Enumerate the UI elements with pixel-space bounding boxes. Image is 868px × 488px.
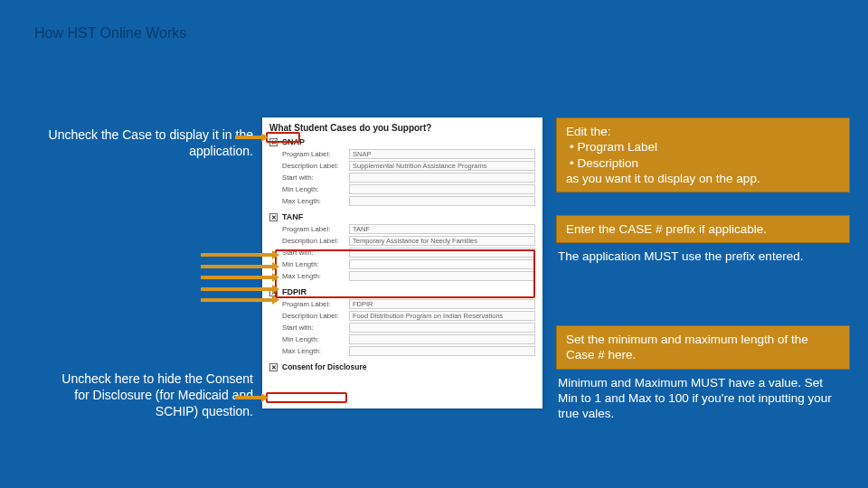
callout-edit-labels: Edit the: • Program Label • Description …	[556, 117, 850, 192]
label-description: Description Label:	[282, 162, 349, 170]
input-min-length[interactable]	[349, 334, 535, 344]
label-program: Program Label:	[282, 225, 349, 233]
label-program: Program Label:	[282, 150, 349, 158]
case-group-snap: ✕ SNAP Program Label:SNAP Description La…	[269, 137, 535, 206]
form-panel: What Student Cases do you Support? ✕ SNA…	[262, 117, 542, 408]
note-uncheck-case: Uncheck the Case to display it in the ap…	[45, 127, 253, 159]
label-min-length: Min Length:	[282, 260, 349, 268]
callout-min-max: Set the minimum and maximum length of th…	[556, 325, 850, 421]
label-max-length: Max Length:	[282, 272, 349, 280]
input-program-label[interactable]: SNAP	[349, 149, 535, 159]
callout-boxed: Set the minimum and maximum length of th…	[556, 325, 850, 370]
callout-line: as you want it to display on the app.	[566, 171, 840, 186]
callout-boxed: Enter the CASE # prefix if applicable.	[556, 215, 850, 243]
label-start-with: Start with:	[282, 249, 349, 257]
input-description-label[interactable]: Temporary Assistance for Needy Families	[349, 236, 535, 246]
arrow-icon	[201, 298, 273, 302]
callout-line: • Program Label	[566, 139, 840, 155]
callout-case-prefix: Enter the CASE # prefix if applicable. T…	[556, 215, 850, 265]
label-max-length: Max Length:	[282, 197, 349, 205]
label-description: Description Label:	[282, 312, 349, 320]
arrow-icon	[201, 253, 273, 257]
input-program-label[interactable]: TANF	[349, 224, 535, 234]
case-group-tanf: ✕ TANF Program Label:TANF Description La…	[269, 212, 535, 281]
input-start-with[interactable]	[349, 323, 535, 333]
checkbox-snap[interactable]: ✕	[269, 138, 278, 146]
arrow-icon	[201, 276, 273, 279]
callout-line: Edit the:	[566, 124, 840, 139]
input-start-with[interactable]	[349, 248, 535, 258]
input-description-label[interactable]: Food Distribution Program on Indian Rese…	[349, 311, 535, 321]
slide-title: How HST Online Works	[34, 25, 186, 42]
case-name: TANF	[282, 212, 303, 221]
input-min-length[interactable]	[349, 259, 535, 269]
arrow-icon	[235, 396, 262, 399]
input-start-with[interactable]	[349, 173, 535, 183]
input-max-length[interactable]	[349, 196, 535, 206]
label-min-length: Min Length:	[282, 185, 349, 193]
case-group-fdpir: ✕ FDPIR Program Label:FDPIR Description …	[269, 287, 535, 356]
consent-label: Consent for Disclosure	[282, 362, 367, 371]
arrow-icon	[201, 287, 273, 291]
callout-line: • Description	[566, 155, 840, 171]
input-min-length[interactable]	[349, 184, 535, 194]
label-description: Description Label:	[282, 237, 349, 245]
case-name: SNAP	[282, 137, 305, 146]
label-max-length: Max Length:	[282, 347, 349, 355]
callout-plain: Minimum and Maximum MUST have a value. S…	[556, 370, 850, 422]
input-max-length[interactable]	[349, 346, 535, 356]
form-heading: What Student Cases do you Support?	[269, 123, 535, 133]
checkbox-tanf[interactable]: ✕	[269, 213, 278, 221]
arrow-icon	[201, 265, 273, 268]
note-uncheck-consent: Uncheck here to hide the Consent for Dis…	[45, 371, 253, 420]
checkbox-consent[interactable]: ✕	[269, 363, 278, 371]
case-name: FDPIR	[282, 287, 307, 296]
callout-plain: The application MUST use the prefix ente…	[556, 243, 850, 264]
label-start-with: Start with:	[282, 324, 349, 332]
input-max-length[interactable]	[349, 271, 535, 281]
consent-row: ✕ Consent for Disclosure	[269, 362, 535, 371]
input-program-label[interactable]: FDPIR	[349, 299, 535, 309]
arrow-icon	[235, 136, 262, 139]
label-program: Program Label:	[282, 300, 349, 308]
input-description-label[interactable]: Supplemental Nutrition Assistance Progra…	[349, 161, 535, 171]
label-min-length: Min Length:	[282, 335, 349, 343]
label-start-with: Start with:	[282, 174, 349, 182]
